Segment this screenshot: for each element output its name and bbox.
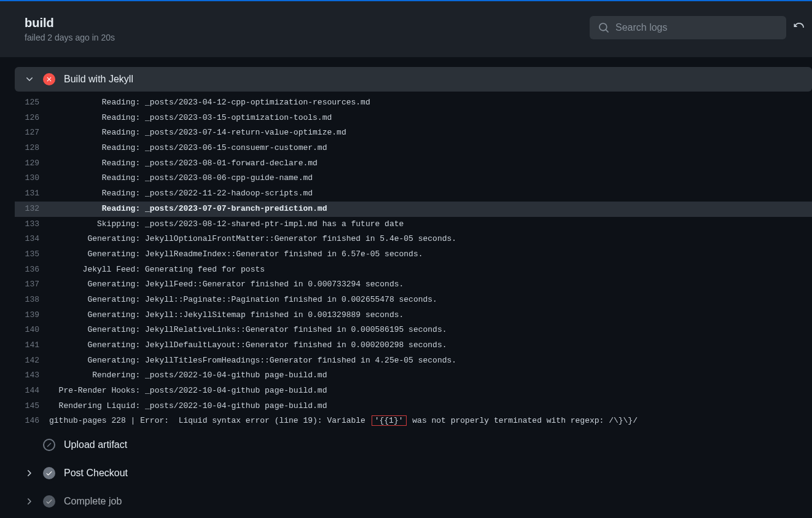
error-highlight-box: '{{1}' (372, 415, 407, 426)
step-label: Complete job (64, 496, 122, 507)
success-icon (43, 495, 55, 508)
step-label: Upload artifact (64, 439, 127, 450)
line-text: Generating: JekyllReadmeIndex::Generator… (49, 247, 423, 262)
log-line[interactable]: 131 Reading: _posts/2022-11-22-hadoop-sc… (15, 186, 812, 202)
log-line[interactable]: 135 Generating: JekyllReadmeIndex::Gener… (15, 247, 812, 262)
log-line[interactable]: 139 Generating: Jekyll::JekyllSitemap fi… (15, 308, 812, 323)
step-upload-artifact[interactable]: Upload artifact (15, 433, 812, 457)
log-line[interactable]: 144 Pre-Render Hooks: _posts/2022-10-04-… (15, 383, 812, 399)
job-title-block: build failed 2 days ago in 20s (25, 16, 115, 42)
job-header-bar: build failed 2 days ago in 20s (0, 0, 812, 57)
line-number: 134 (15, 232, 49, 247)
line-number: 132 (15, 202, 49, 217)
line-text: Skipping: _posts/2023-08-12-shared-ptr-i… (49, 217, 404, 232)
search-input[interactable] (615, 22, 778, 33)
refresh-button[interactable] (794, 22, 805, 33)
line-text: Reading: _posts/2023-06-15-consuemr-cust… (49, 141, 327, 156)
line-number: 126 (15, 111, 49, 126)
log-line[interactable]: 140 Generating: JekyllRelativeLinks::Gen… (15, 323, 812, 338)
log-line[interactable]: 126 Reading: _posts/2023-03-15-optimizat… (15, 111, 812, 126)
log-output: 125 Reading: _posts/2023-04-12-cpp-optim… (15, 95, 812, 429)
line-number: 128 (15, 141, 49, 156)
line-text: Rendering: _posts/2022-10-04-github page… (49, 368, 327, 383)
line-text: Reading: _posts/2023-07-14-return-value-… (49, 125, 346, 141)
line-text: Rendering Liquid: _posts/2022-10-04-gith… (49, 399, 327, 414)
log-line[interactable]: 133 Skipping: _posts/2023-08-12-shared-p… (15, 217, 812, 232)
line-number: 143 (15, 368, 49, 383)
line-number: 142 (15, 353, 49, 369)
line-number: 129 (15, 156, 49, 171)
log-line[interactable]: 136 Jekyll Feed: Generating feed for pos… (15, 262, 812, 278)
line-number: 135 (15, 247, 49, 262)
chevron-down-icon (25, 74, 34, 84)
line-number: 139 (15, 308, 49, 323)
log-line[interactable]: 127 Reading: _posts/2023-07-14-return-va… (15, 125, 812, 141)
line-number: 145 (15, 399, 49, 414)
svg-line-0 (47, 443, 51, 447)
line-text: Generating: JekyllFeed::Generator finish… (49, 277, 404, 292)
step-post-checkout[interactable]: Post Checkout (15, 461, 812, 485)
step-complete-job[interactable]: Complete job (15, 489, 812, 514)
step-label: Build with Jekyll (64, 74, 133, 85)
chevron-right-icon (25, 468, 34, 478)
log-line[interactable]: 132 Reading: _posts/2023-07-07-branch-pr… (15, 202, 812, 217)
line-number: 137 (15, 277, 49, 292)
line-text: Generating: JekyllDefaultLayout::Generat… (49, 338, 447, 353)
refresh-icon (794, 22, 805, 33)
log-line[interactable]: 137 Generating: JekyllFeed::Generator fi… (15, 277, 812, 292)
line-text: Reading: _posts/2023-08-06-cpp-guide-nam… (49, 171, 313, 186)
line-text: Reading: _posts/2023-08-01-forward-decla… (49, 156, 318, 171)
log-line-error[interactable]: 146github-pages 228 | Error: Liquid synt… (15, 414, 812, 429)
header-controls (590, 16, 812, 39)
line-number: 127 (15, 125, 49, 141)
line-text: Generating: JekyllTitlesFromHeadings::Ge… (49, 353, 456, 369)
line-text: Reading: _posts/2023-04-12-cpp-optimizat… (49, 95, 370, 111)
line-text: Reading: _posts/2022-11-22-hadoop-script… (49, 186, 313, 202)
step-build-with-jekyll[interactable]: Build with Jekyll (15, 67, 812, 92)
log-line[interactable]: 141 Generating: JekyllDefaultLayout::Gen… (15, 338, 812, 353)
line-number: 130 (15, 171, 49, 186)
line-number: 140 (15, 323, 49, 338)
line-number: 131 (15, 186, 49, 202)
log-line[interactable]: 138 Generating: Jekyll::Paginate::Pagina… (15, 292, 812, 308)
line-text: Pre-Render Hooks: _posts/2022-10-04-gith… (49, 383, 327, 399)
line-number: 146 (15, 414, 49, 429)
step-label: Post Checkout (64, 468, 128, 479)
line-number: 138 (15, 292, 49, 308)
error-icon (43, 73, 55, 85)
skip-icon (43, 439, 55, 451)
line-number: 136 (15, 262, 49, 278)
search-logs-box[interactable] (590, 16, 786, 39)
line-text: Jekyll Feed: Generating feed for posts (49, 262, 265, 278)
chevron-right-icon (25, 496, 34, 506)
job-title: build (25, 16, 115, 30)
job-status-text: failed 2 days ago in 20s (25, 33, 115, 42)
line-text: Generating: JekyllOptionalFrontMatter::G… (49, 232, 456, 247)
log-line[interactable]: 145 Rendering Liquid: _posts/2022-10-04-… (15, 399, 812, 414)
line-text: Reading: _posts/2023-07-07-branch-predic… (49, 202, 327, 217)
log-content: Build with Jekyll 125 Reading: _posts/20… (0, 57, 812, 518)
log-line[interactable]: 143 Rendering: _posts/2022-10-04-github … (15, 368, 812, 383)
log-line[interactable]: 129 Reading: _posts/2023-08-01-forward-d… (15, 156, 812, 171)
line-number: 144 (15, 383, 49, 399)
log-line[interactable]: 128 Reading: _posts/2023-06-15-consuemr-… (15, 141, 812, 156)
line-text: Generating: Jekyll::JekyllSitemap finish… (49, 308, 404, 323)
line-number: 125 (15, 95, 49, 111)
success-icon (43, 467, 55, 479)
line-text: github-pages 228 | Error: Liquid syntax … (49, 414, 638, 429)
line-text: Generating: Jekyll::Paginate::Pagination… (49, 292, 437, 308)
search-icon (598, 22, 609, 33)
line-text: Generating: JekyllRelativeLinks::Generat… (49, 323, 447, 338)
line-number: 133 (15, 217, 49, 232)
line-text: Reading: _posts/2023-03-15-optimization-… (49, 111, 332, 126)
log-line[interactable]: 130 Reading: _posts/2023-08-06-cpp-guide… (15, 171, 812, 186)
line-number: 141 (15, 338, 49, 353)
log-line[interactable]: 134 Generating: JekyllOptionalFrontMatte… (15, 232, 812, 247)
log-line[interactable]: 125 Reading: _posts/2023-04-12-cpp-optim… (15, 95, 812, 111)
log-line[interactable]: 142 Generating: JekyllTitlesFromHeadings… (15, 353, 812, 369)
